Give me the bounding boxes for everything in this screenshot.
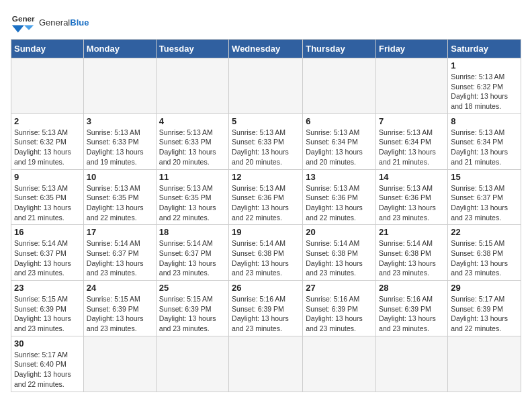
calendar-cell: 10Sunrise: 5:13 AM Sunset: 6:35 PM Dayli… (83, 169, 156, 225)
calendar-cell: 28Sunrise: 5:16 AM Sunset: 6:39 PM Dayli… (376, 281, 448, 336)
calendar-cell: 17Sunrise: 5:14 AM Sunset: 6:37 PM Dayli… (83, 225, 156, 281)
weekday-header-sunday: Sunday (11, 40, 84, 58)
day-number: 9 (14, 172, 81, 182)
day-info: Sunrise: 5:13 AM Sunset: 6:35 PM Dayligh… (14, 183, 81, 223)
day-number: 25 (159, 283, 226, 293)
calendar-cell: 4Sunrise: 5:13 AM Sunset: 6:33 PM Daylig… (156, 113, 228, 169)
day-info: Sunrise: 5:15 AM Sunset: 6:39 PM Dayligh… (159, 294, 226, 334)
day-number: 15 (451, 172, 518, 182)
calendar-cell: 19Sunrise: 5:14 AM Sunset: 6:38 PM Dayli… (229, 225, 303, 281)
weekday-header-friday: Friday (376, 40, 448, 58)
weekday-header-tuesday: Tuesday (156, 40, 228, 58)
day-number: 29 (451, 283, 518, 293)
day-number: 6 (306, 116, 373, 126)
calendar-week-row: 16Sunrise: 5:14 AM Sunset: 6:37 PM Dayli… (11, 225, 521, 281)
calendar-cell (83, 58, 156, 114)
logo: General GeneralBlue (11, 11, 89, 35)
day-info: Sunrise: 5:13 AM Sunset: 6:32 PM Dayligh… (14, 128, 81, 167)
weekday-header-monday: Monday (83, 40, 156, 58)
calendar-cell: 8Sunrise: 5:13 AM Sunset: 6:34 PM Daylig… (448, 113, 521, 169)
calendar-cell: 16Sunrise: 5:14 AM Sunset: 6:37 PM Dayli… (11, 225, 84, 281)
day-info: Sunrise: 5:13 AM Sunset: 6:35 PM Dayligh… (87, 183, 153, 223)
day-info: Sunrise: 5:13 AM Sunset: 6:36 PM Dayligh… (306, 183, 373, 223)
calendar-week-row: 1Sunrise: 5:13 AM Sunset: 6:32 PM Daylig… (11, 58, 521, 114)
day-number: 18 (159, 227, 226, 237)
day-info: Sunrise: 5:14 AM Sunset: 6:37 PM Dayligh… (87, 238, 153, 278)
day-number: 1 (451, 60, 518, 71)
day-info: Sunrise: 5:14 AM Sunset: 6:38 PM Dayligh… (232, 238, 300, 278)
day-number: 21 (379, 227, 445, 237)
day-number: 14 (379, 172, 445, 182)
calendar-cell (448, 336, 521, 392)
calendar-cell: 1Sunrise: 5:13 AM Sunset: 6:32 PM Daylig… (448, 58, 521, 114)
day-info: Sunrise: 5:16 AM Sunset: 6:39 PM Dayligh… (306, 294, 373, 334)
day-info: Sunrise: 5:15 AM Sunset: 6:38 PM Dayligh… (451, 238, 518, 278)
day-info: Sunrise: 5:17 AM Sunset: 6:39 PM Dayligh… (451, 294, 518, 334)
calendar-cell (11, 58, 84, 114)
calendar-cell: 23Sunrise: 5:15 AM Sunset: 6:39 PM Dayli… (11, 281, 84, 336)
day-info: Sunrise: 5:17 AM Sunset: 6:40 PM Dayligh… (14, 350, 81, 390)
calendar-cell (229, 336, 303, 392)
calendar-week-row: 9Sunrise: 5:13 AM Sunset: 6:35 PM Daylig… (11, 169, 521, 225)
calendar-cell (376, 58, 448, 114)
day-info: Sunrise: 5:14 AM Sunset: 6:38 PM Dayligh… (306, 238, 373, 278)
day-number: 11 (159, 172, 226, 182)
calendar-cell: 3Sunrise: 5:13 AM Sunset: 6:33 PM Daylig… (83, 113, 156, 169)
svg-marker-1 (12, 26, 24, 33)
calendar-cell (229, 58, 303, 114)
calendar-week-row: 30Sunrise: 5:17 AM Sunset: 6:40 PM Dayli… (11, 336, 521, 392)
calendar-cell: 29Sunrise: 5:17 AM Sunset: 6:39 PM Dayli… (448, 281, 521, 336)
calendar-cell (303, 336, 376, 392)
day-info: Sunrise: 5:13 AM Sunset: 6:33 PM Dayligh… (232, 128, 300, 167)
general-blue-logo-icon: General (11, 11, 35, 35)
calendar-week-row: 2Sunrise: 5:13 AM Sunset: 6:32 PM Daylig… (11, 113, 521, 169)
calendar-cell: 18Sunrise: 5:14 AM Sunset: 6:37 PM Dayli… (156, 225, 228, 281)
calendar-cell: 5Sunrise: 5:13 AM Sunset: 6:33 PM Daylig… (229, 113, 303, 169)
day-number: 24 (87, 283, 153, 293)
day-info: Sunrise: 5:14 AM Sunset: 6:38 PM Dayligh… (379, 238, 445, 278)
calendar-cell: 20Sunrise: 5:14 AM Sunset: 6:38 PM Dayli… (303, 225, 376, 281)
calendar-cell: 22Sunrise: 5:15 AM Sunset: 6:38 PM Dayli… (448, 225, 521, 281)
day-info: Sunrise: 5:13 AM Sunset: 6:36 PM Dayligh… (379, 183, 445, 223)
logo-label: GeneralBlue (39, 17, 89, 28)
calendar-cell (376, 336, 448, 392)
calendar-cell: 12Sunrise: 5:13 AM Sunset: 6:36 PM Dayli… (229, 169, 303, 225)
calendar-cell: 7Sunrise: 5:13 AM Sunset: 6:34 PM Daylig… (376, 113, 448, 169)
day-info: Sunrise: 5:13 AM Sunset: 6:34 PM Dayligh… (379, 128, 445, 167)
day-info: Sunrise: 5:14 AM Sunset: 6:37 PM Dayligh… (14, 238, 81, 278)
day-info: Sunrise: 5:13 AM Sunset: 6:37 PM Dayligh… (451, 183, 518, 223)
calendar-cell (156, 58, 228, 114)
calendar-table: SundayMondayTuesdayWednesdayThursdayFrid… (11, 39, 521, 392)
day-number: 30 (14, 338, 81, 349)
weekday-header-thursday: Thursday (303, 40, 376, 58)
calendar-header-row: SundayMondayTuesdayWednesdayThursdayFrid… (11, 40, 521, 58)
day-number: 7 (379, 116, 445, 126)
day-number: 20 (306, 227, 373, 237)
day-number: 23 (14, 283, 81, 293)
day-number: 10 (87, 172, 153, 182)
calendar-cell (83, 336, 156, 392)
day-info: Sunrise: 5:15 AM Sunset: 6:39 PM Dayligh… (14, 294, 81, 334)
day-number: 8 (451, 116, 518, 126)
calendar-cell: 2Sunrise: 5:13 AM Sunset: 6:32 PM Daylig… (11, 113, 84, 169)
day-info: Sunrise: 5:13 AM Sunset: 6:35 PM Dayligh… (159, 183, 226, 223)
calendar-cell: 26Sunrise: 5:16 AM Sunset: 6:39 PM Dayli… (229, 281, 303, 336)
calendar-week-row: 23Sunrise: 5:15 AM Sunset: 6:39 PM Dayli… (11, 281, 521, 336)
day-info: Sunrise: 5:16 AM Sunset: 6:39 PM Dayligh… (232, 294, 300, 334)
day-number: 2 (14, 116, 81, 126)
day-info: Sunrise: 5:14 AM Sunset: 6:37 PM Dayligh… (159, 238, 226, 278)
calendar-cell: 15Sunrise: 5:13 AM Sunset: 6:37 PM Dayli… (448, 169, 521, 225)
svg-marker-2 (24, 26, 34, 30)
calendar-cell: 27Sunrise: 5:16 AM Sunset: 6:39 PM Dayli… (303, 281, 376, 336)
day-number: 3 (87, 116, 153, 126)
day-info: Sunrise: 5:13 AM Sunset: 6:36 PM Dayligh… (232, 183, 300, 223)
svg-text:General: General (12, 14, 35, 23)
calendar-cell (303, 58, 376, 114)
weekday-header-saturday: Saturday (448, 40, 521, 58)
calendar-cell: 13Sunrise: 5:13 AM Sunset: 6:36 PM Dayli… (303, 169, 376, 225)
day-number: 26 (232, 283, 300, 293)
day-info: Sunrise: 5:16 AM Sunset: 6:39 PM Dayligh… (379, 294, 445, 334)
calendar-cell: 21Sunrise: 5:14 AM Sunset: 6:38 PM Dayli… (376, 225, 448, 281)
calendar-cell: 6Sunrise: 5:13 AM Sunset: 6:34 PM Daylig… (303, 113, 376, 169)
calendar-cell: 24Sunrise: 5:15 AM Sunset: 6:39 PM Dayli… (83, 281, 156, 336)
